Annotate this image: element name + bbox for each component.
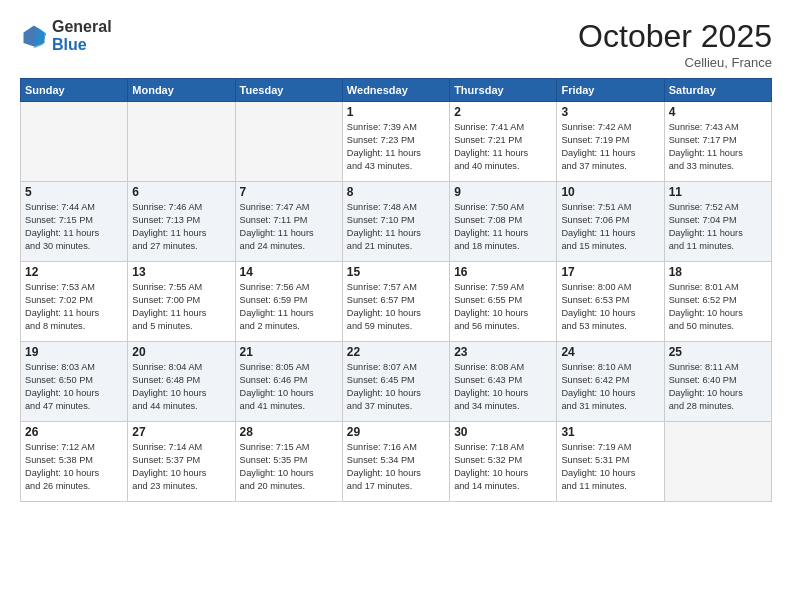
day-info: Sunrise: 7:43 AM Sunset: 7:17 PM Dayligh…	[669, 121, 767, 173]
table-row: 23Sunrise: 8:08 AM Sunset: 6:43 PM Dayli…	[450, 342, 557, 422]
day-number: 13	[132, 265, 230, 279]
header: General Blue October 2025 Cellieu, Franc…	[20, 18, 772, 70]
day-info: Sunrise: 7:59 AM Sunset: 6:55 PM Dayligh…	[454, 281, 552, 333]
day-number: 22	[347, 345, 445, 359]
table-row: 16Sunrise: 7:59 AM Sunset: 6:55 PM Dayli…	[450, 262, 557, 342]
day-info: Sunrise: 8:07 AM Sunset: 6:45 PM Dayligh…	[347, 361, 445, 413]
title-block: October 2025 Cellieu, France	[578, 18, 772, 70]
day-info: Sunrise: 7:14 AM Sunset: 5:37 PM Dayligh…	[132, 441, 230, 493]
day-number: 5	[25, 185, 123, 199]
day-info: Sunrise: 7:53 AM Sunset: 7:02 PM Dayligh…	[25, 281, 123, 333]
table-row: 8Sunrise: 7:48 AM Sunset: 7:10 PM Daylig…	[342, 182, 449, 262]
table-row	[664, 422, 771, 502]
day-info: Sunrise: 7:51 AM Sunset: 7:06 PM Dayligh…	[561, 201, 659, 253]
day-number: 11	[669, 185, 767, 199]
day-info: Sunrise: 7:19 AM Sunset: 5:31 PM Dayligh…	[561, 441, 659, 493]
logo: General Blue	[20, 18, 112, 53]
location: Cellieu, France	[578, 55, 772, 70]
day-info: Sunrise: 7:46 AM Sunset: 7:13 PM Dayligh…	[132, 201, 230, 253]
table-row: 30Sunrise: 7:18 AM Sunset: 5:32 PM Dayli…	[450, 422, 557, 502]
calendar-week-row: 26Sunrise: 7:12 AM Sunset: 5:38 PM Dayli…	[21, 422, 772, 502]
day-info: Sunrise: 7:52 AM Sunset: 7:04 PM Dayligh…	[669, 201, 767, 253]
table-row: 24Sunrise: 8:10 AM Sunset: 6:42 PM Dayli…	[557, 342, 664, 422]
table-row: 26Sunrise: 7:12 AM Sunset: 5:38 PM Dayli…	[21, 422, 128, 502]
page: General Blue October 2025 Cellieu, Franc…	[0, 0, 792, 612]
day-number: 2	[454, 105, 552, 119]
day-info: Sunrise: 7:56 AM Sunset: 6:59 PM Dayligh…	[240, 281, 338, 333]
table-row: 7Sunrise: 7:47 AM Sunset: 7:11 PM Daylig…	[235, 182, 342, 262]
day-info: Sunrise: 8:03 AM Sunset: 6:50 PM Dayligh…	[25, 361, 123, 413]
day-info: Sunrise: 7:39 AM Sunset: 7:23 PM Dayligh…	[347, 121, 445, 173]
day-info: Sunrise: 8:00 AM Sunset: 6:53 PM Dayligh…	[561, 281, 659, 333]
day-number: 3	[561, 105, 659, 119]
day-number: 27	[132, 425, 230, 439]
col-tuesday: Tuesday	[235, 79, 342, 102]
table-row: 9Sunrise: 7:50 AM Sunset: 7:08 PM Daylig…	[450, 182, 557, 262]
day-number: 26	[25, 425, 123, 439]
month-title: October 2025	[578, 18, 772, 55]
calendar-week-row: 12Sunrise: 7:53 AM Sunset: 7:02 PM Dayli…	[21, 262, 772, 342]
table-row	[235, 102, 342, 182]
calendar: Sunday Monday Tuesday Wednesday Thursday…	[20, 78, 772, 502]
table-row: 6Sunrise: 7:46 AM Sunset: 7:13 PM Daylig…	[128, 182, 235, 262]
col-thursday: Thursday	[450, 79, 557, 102]
day-info: Sunrise: 7:48 AM Sunset: 7:10 PM Dayligh…	[347, 201, 445, 253]
table-row: 14Sunrise: 7:56 AM Sunset: 6:59 PM Dayli…	[235, 262, 342, 342]
day-info: Sunrise: 7:55 AM Sunset: 7:00 PM Dayligh…	[132, 281, 230, 333]
col-friday: Friday	[557, 79, 664, 102]
calendar-week-row: 19Sunrise: 8:03 AM Sunset: 6:50 PM Dayli…	[21, 342, 772, 422]
table-row: 17Sunrise: 8:00 AM Sunset: 6:53 PM Dayli…	[557, 262, 664, 342]
day-number: 6	[132, 185, 230, 199]
day-number: 16	[454, 265, 552, 279]
day-number: 20	[132, 345, 230, 359]
table-row	[128, 102, 235, 182]
calendar-header-row: Sunday Monday Tuesday Wednesday Thursday…	[21, 79, 772, 102]
col-saturday: Saturday	[664, 79, 771, 102]
table-row: 21Sunrise: 8:05 AM Sunset: 6:46 PM Dayli…	[235, 342, 342, 422]
table-row: 31Sunrise: 7:19 AM Sunset: 5:31 PM Dayli…	[557, 422, 664, 502]
day-info: Sunrise: 7:44 AM Sunset: 7:15 PM Dayligh…	[25, 201, 123, 253]
logo-blue: Blue	[52, 36, 87, 53]
day-number: 19	[25, 345, 123, 359]
table-row: 29Sunrise: 7:16 AM Sunset: 5:34 PM Dayli…	[342, 422, 449, 502]
day-info: Sunrise: 8:08 AM Sunset: 6:43 PM Dayligh…	[454, 361, 552, 413]
col-sunday: Sunday	[21, 79, 128, 102]
table-row: 22Sunrise: 8:07 AM Sunset: 6:45 PM Dayli…	[342, 342, 449, 422]
day-info: Sunrise: 7:15 AM Sunset: 5:35 PM Dayligh…	[240, 441, 338, 493]
logo-text: General Blue	[52, 18, 112, 53]
day-number: 12	[25, 265, 123, 279]
day-info: Sunrise: 7:12 AM Sunset: 5:38 PM Dayligh…	[25, 441, 123, 493]
logo-icon	[20, 22, 48, 50]
day-info: Sunrise: 8:04 AM Sunset: 6:48 PM Dayligh…	[132, 361, 230, 413]
day-number: 15	[347, 265, 445, 279]
day-info: Sunrise: 8:01 AM Sunset: 6:52 PM Dayligh…	[669, 281, 767, 333]
day-number: 17	[561, 265, 659, 279]
table-row	[21, 102, 128, 182]
day-number: 14	[240, 265, 338, 279]
table-row: 2Sunrise: 7:41 AM Sunset: 7:21 PM Daylig…	[450, 102, 557, 182]
table-row: 28Sunrise: 7:15 AM Sunset: 5:35 PM Dayli…	[235, 422, 342, 502]
day-info: Sunrise: 8:11 AM Sunset: 6:40 PM Dayligh…	[669, 361, 767, 413]
day-number: 1	[347, 105, 445, 119]
day-info: Sunrise: 7:42 AM Sunset: 7:19 PM Dayligh…	[561, 121, 659, 173]
day-number: 31	[561, 425, 659, 439]
day-info: Sunrise: 7:47 AM Sunset: 7:11 PM Dayligh…	[240, 201, 338, 253]
day-number: 29	[347, 425, 445, 439]
day-number: 23	[454, 345, 552, 359]
day-info: Sunrise: 8:10 AM Sunset: 6:42 PM Dayligh…	[561, 361, 659, 413]
table-row: 5Sunrise: 7:44 AM Sunset: 7:15 PM Daylig…	[21, 182, 128, 262]
day-info: Sunrise: 8:05 AM Sunset: 6:46 PM Dayligh…	[240, 361, 338, 413]
day-number: 18	[669, 265, 767, 279]
day-number: 21	[240, 345, 338, 359]
table-row: 3Sunrise: 7:42 AM Sunset: 7:19 PM Daylig…	[557, 102, 664, 182]
col-monday: Monday	[128, 79, 235, 102]
logo-general: General	[52, 18, 112, 35]
day-number: 28	[240, 425, 338, 439]
day-number: 30	[454, 425, 552, 439]
day-info: Sunrise: 7:41 AM Sunset: 7:21 PM Dayligh…	[454, 121, 552, 173]
calendar-week-row: 1Sunrise: 7:39 AM Sunset: 7:23 PM Daylig…	[21, 102, 772, 182]
day-info: Sunrise: 7:50 AM Sunset: 7:08 PM Dayligh…	[454, 201, 552, 253]
table-row: 1Sunrise: 7:39 AM Sunset: 7:23 PM Daylig…	[342, 102, 449, 182]
day-number: 9	[454, 185, 552, 199]
day-number: 10	[561, 185, 659, 199]
